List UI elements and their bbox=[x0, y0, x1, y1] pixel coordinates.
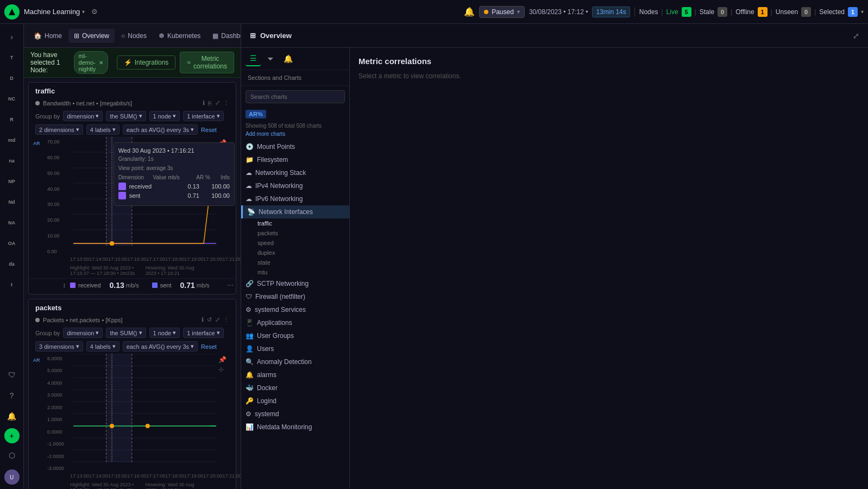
traffic-interfaces[interactable]: 1 interface ▾ bbox=[183, 111, 223, 121]
section-networking-stack-header[interactable]: ☁ Networking Stack bbox=[241, 166, 349, 179]
sidebar-icon-da[interactable]: da bbox=[3, 255, 21, 273]
section-netdata-monitoring-header[interactable]: 📊 Netdata Monitoring bbox=[241, 421, 349, 434]
traffic-chart-menu-icon[interactable]: ⋮ bbox=[223, 99, 229, 106]
packets-each[interactable]: each as AVG() every 3s ▾ bbox=[123, 341, 198, 352]
nodes-icon: ○ bbox=[121, 32, 125, 40]
sidebar-icon-na2[interactable]: NA bbox=[3, 214, 21, 231]
chart-link-speed[interactable]: speed bbox=[253, 238, 349, 248]
sidebar-icon-np[interactable]: NP bbox=[3, 173, 21, 190]
tab-filter-icon[interactable]: ⏷ bbox=[263, 51, 278, 66]
section-systemd-services-header[interactable]: ⚙ systemd Services bbox=[241, 303, 349, 316]
section-firewall-header[interactable]: 🛡 Firewall (netfilter) bbox=[241, 290, 349, 303]
sidebar-icon-t[interactable]: T bbox=[3, 49, 21, 66]
nav-overview[interactable]: ⊞ Overview bbox=[68, 29, 115, 43]
integrations-button[interactable]: ⚡ Integrations bbox=[117, 55, 176, 70]
sidebar-icon-shield[interactable]: 🛡 bbox=[3, 366, 21, 384]
section-anomaly-detection-header[interactable]: 🔍 Anomaly Detection bbox=[241, 355, 349, 368]
node-close-icon[interactable]: ✕ bbox=[99, 60, 103, 66]
packets-dimensions[interactable]: 3 dimensions ▾ bbox=[35, 341, 83, 352]
node-name: ml-demo-nightly bbox=[79, 53, 97, 72]
tab-bell-icon[interactable]: 🔔 bbox=[280, 51, 295, 66]
add-more-link[interactable]: Add more charts bbox=[241, 131, 349, 140]
packets-chart-menu-icon[interactable]: ⋮ bbox=[223, 316, 229, 323]
sidebar-icon-na[interactable]: na bbox=[3, 152, 21, 170]
section-docker-header[interactable]: 🐳 Docker bbox=[241, 381, 349, 394]
section-users-header[interactable]: 👤 Users bbox=[241, 342, 349, 355]
group-by-dimension[interactable]: dimension ▾ bbox=[63, 111, 103, 121]
section-logind-header[interactable]: 🔑 Logind bbox=[241, 394, 349, 408]
chart-more-icon[interactable]: ⋯ bbox=[227, 281, 234, 289]
packets-group-by-dimension[interactable]: dimension ▾ bbox=[63, 328, 103, 338]
traffic-reset-button[interactable]: Reset bbox=[201, 127, 217, 133]
search-input[interactable] bbox=[246, 90, 345, 103]
sidebar-icon-md[interactable]: md bbox=[3, 131, 21, 149]
sidebar-icon-t2[interactable]: t bbox=[3, 276, 21, 293]
section-systemd-header[interactable]: ⚙ systemd bbox=[241, 408, 349, 421]
chart-link-packets[interactable]: packets bbox=[253, 228, 349, 238]
sidebar-icon-bell[interactable]: 🔔 bbox=[3, 408, 21, 425]
traffic-labels[interactable]: 4 labels ▾ bbox=[86, 124, 119, 135]
section-applications-header[interactable]: 📱 Applications bbox=[241, 316, 349, 329]
section-mount-points-header[interactable]: 💿 Mount Points bbox=[241, 140, 349, 153]
chevron-down-icon[interactable]: ▾ bbox=[861, 9, 864, 15]
traffic-agg[interactable]: the SUM() ▾ bbox=[106, 111, 146, 121]
pause-button[interactable]: Paused ▾ bbox=[479, 6, 525, 18]
packets-labels[interactable]: 4 labels ▾ bbox=[86, 341, 119, 352]
section-alarms-header[interactable]: 🔔 alarms bbox=[241, 368, 349, 381]
sidebar-icon-d[interactable]: D bbox=[3, 70, 21, 87]
traffic-chart-expand-icon[interactable]: ⤢ bbox=[215, 99, 220, 106]
section-sctp-header[interactable]: 🔗 SCTP Networking bbox=[241, 277, 349, 290]
sidebar-avatar[interactable]: U bbox=[4, 469, 20, 485]
settings-icon[interactable]: ⚙ bbox=[91, 8, 98, 16]
section-ipv4-header[interactable]: ☁ IPv4 Networking bbox=[241, 179, 349, 192]
section-network-interfaces-header[interactable]: 📡 Network Interfaces bbox=[241, 205, 349, 218]
section-ipv6-header[interactable]: ☁ IPv6 Networking bbox=[241, 192, 349, 205]
packets-pin-icon[interactable]: 📌 bbox=[218, 356, 229, 363]
nav-home[interactable]: 🏠 Home bbox=[28, 29, 67, 43]
chart-link-state[interactable]: state bbox=[253, 258, 349, 267]
section-logind: 🔑 Logind bbox=[241, 394, 349, 408]
packets-reset-button[interactable]: Reset bbox=[201, 343, 217, 350]
sidebar-icon-r[interactable]: R bbox=[3, 111, 21, 128]
packets-interfaces[interactable]: 1 interface ▾ bbox=[183, 328, 223, 338]
traffic-nodes[interactable]: 1 node ▾ bbox=[149, 111, 180, 121]
live-count: 5 bbox=[682, 7, 691, 17]
sidebar-icon-nc[interactable]: NC bbox=[3, 90, 21, 108]
ar-filter-badge[interactable]: AR% bbox=[246, 110, 266, 118]
section-filesystem-header[interactable]: 📁 Filesystem bbox=[241, 153, 349, 166]
packets-nodes[interactable]: 1 node ▾ bbox=[149, 328, 180, 338]
metric-correlations-button[interactable]: ≈ Metric correlations bbox=[180, 52, 234, 73]
packets-chart-expand-icon[interactable]: ⤢ bbox=[215, 316, 220, 323]
traffic-chart-copy-icon[interactable]: ⎘ bbox=[208, 100, 212, 106]
chevron-down-icon: ▾ bbox=[76, 126, 79, 133]
packets-chart-refresh-icon[interactable]: ↺ bbox=[207, 316, 212, 323]
sidebar-icon-question[interactable]: ? bbox=[3, 387, 21, 404]
traffic-chart-info-icon[interactable]: ℹ bbox=[203, 99, 205, 106]
node-tag[interactable]: ml-demo-nightly ✕ bbox=[74, 51, 108, 74]
traffic-each[interactable]: each as AVG() every 3s ▾ bbox=[123, 124, 198, 135]
packets-chart-section: packets Packets • net.packets • [Kpps] ℹ… bbox=[28, 299, 236, 489]
traffic-dimensions[interactable]: 2 dimensions ▾ bbox=[35, 124, 83, 135]
chart-link-traffic[interactable]: traffic bbox=[253, 218, 349, 228]
chart-link-mtu[interactable]: mtu bbox=[253, 267, 349, 277]
chart-link-duplex[interactable]: duplex bbox=[253, 248, 349, 258]
packets-chart-info-icon[interactable]: ℹ bbox=[202, 316, 204, 323]
sidebar-icon-oa[interactable]: OA bbox=[3, 235, 21, 252]
metric-corr-icon: ≈ bbox=[187, 59, 191, 66]
packets-agg[interactable]: the SUM() ▾ bbox=[106, 328, 146, 338]
app-name[interactable]: Machine Learning ▾ bbox=[24, 8, 85, 16]
overview-expand-icon[interactable]: ⤢ bbox=[853, 32, 859, 40]
sidebar-add-button[interactable]: + bbox=[4, 428, 20, 443]
sidebar-expand-icon[interactable]: › bbox=[3, 28, 21, 46]
nav-nodes[interactable]: ○ Nodes bbox=[116, 29, 152, 43]
tab-sections-icon[interactable]: ☰ bbox=[246, 51, 261, 66]
section-user-groups-header[interactable]: 👥 User Groups bbox=[241, 329, 349, 342]
sidebar-icon-nd[interactable]: Nd bbox=[3, 193, 21, 211]
packets-select-icon[interactable]: ⊹ bbox=[218, 366, 229, 373]
sidebar-icon-nodes[interactable]: ⬡ bbox=[3, 447, 21, 464]
legend-scroll-icon[interactable]: ↕ bbox=[62, 281, 66, 289]
live-label: Live bbox=[666, 8, 678, 16]
app-logo[interactable] bbox=[4, 4, 20, 20]
packets-group-by-label: Group by bbox=[35, 330, 60, 336]
nav-kubernetes[interactable]: ☸ Kubernetes bbox=[153, 29, 206, 43]
